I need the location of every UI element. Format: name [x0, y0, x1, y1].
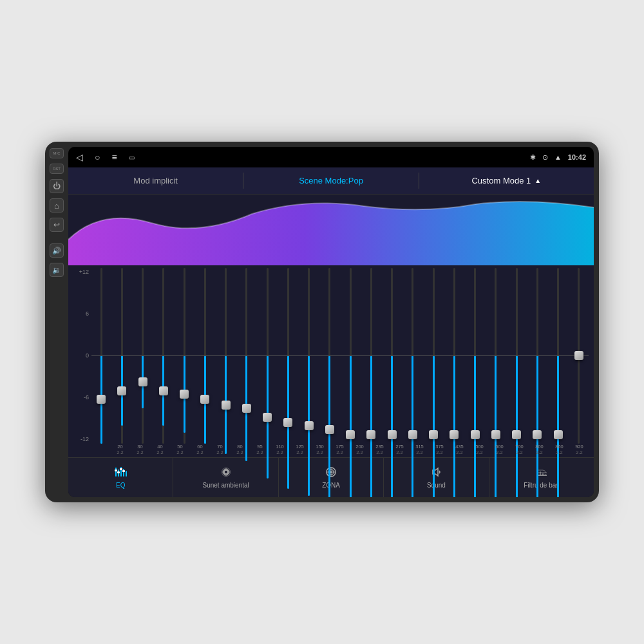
device-frame: MIC RST ⏻ ⌂ ↩ 🔊 🔉 ◁ ○ ≡ ▭ ✱ ⊙ ▲ 10:42 [45, 142, 599, 502]
db-label-6: 6 [86, 311, 89, 317]
sunet-ambiental-nav-icon [219, 466, 233, 480]
freq-label-30: 302.2 [131, 444, 149, 457]
vol-down-button[interactable]: 🔉 [50, 263, 64, 277]
nav-filtru-label: Filtru de bas [524, 482, 559, 489]
slider-band-375[interactable] [424, 268, 443, 444]
freq-label-95: 952.2 [251, 444, 269, 457]
custom-mode-tab[interactable]: Custom Mode 1 ▲ [419, 167, 594, 194]
screen: ◁ ○ ≡ ▭ ✱ ⊙ ▲ 10:42 Mod implicit Scen [68, 147, 594, 497]
home-nav-button[interactable]: ○ [95, 152, 100, 162]
eq-nav-icon [113, 466, 128, 480]
freq-label-800: 8002.2 [530, 444, 549, 457]
svg-rect-0 [115, 468, 117, 477]
svg-rect-22 [542, 473, 544, 475]
svg-rect-3 [123, 469, 124, 477]
freq-label-500: 5002.2 [470, 444, 489, 457]
nav-zona-label: ZONA [322, 482, 340, 489]
freq-label-125: 1252.2 [290, 444, 309, 457]
freq-label-80: 802.2 [231, 444, 249, 457]
wifi-icon: ▲ [554, 153, 562, 161]
nav-sunet-ambiental[interactable]: Sunet ambiental [173, 458, 278, 497]
eq-curve-svg [68, 194, 594, 265]
sliders-track [91, 268, 589, 444]
freq-label-200: 2002.2 [350, 444, 369, 457]
svg-marker-16 [433, 468, 438, 476]
nav-buttons: ◁ ○ ≡ ▭ [76, 152, 135, 162]
slider-band-60[interactable] [175, 268, 194, 444]
slider-band-800[interactable] [527, 268, 547, 444]
eq-visualizer [68, 194, 594, 265]
slider-band-110[interactable] [258, 268, 277, 444]
bluetooth-icon: ✱ [530, 153, 536, 162]
clock: 10:42 [568, 153, 586, 161]
slider-band-40[interactable] [133, 268, 153, 444]
sound-nav-icon [429, 466, 443, 480]
freq-label-40: 402.2 [151, 444, 169, 457]
side-buttons-panel: MIC RST ⏻ ⌂ ↩ 🔊 🔉 [45, 142, 68, 502]
db-label-12plus: +12 [79, 269, 89, 275]
slider-band-95[interactable] [237, 268, 256, 444]
svg-point-9 [224, 470, 228, 474]
nav-eq[interactable]: EQ [68, 458, 173, 497]
slider-band-30[interactable] [112, 268, 131, 444]
nav-eq-label: EQ [116, 482, 125, 489]
rst-button[interactable]: RST [50, 164, 64, 174]
scene-mode-tab[interactable]: Scene Mode:Pop [243, 167, 418, 194]
freq-label-275: 2752.2 [390, 444, 409, 457]
nav-zona[interactable]: ZONA [279, 458, 384, 497]
slider-band-920[interactable] [569, 268, 589, 444]
slider-band-700[interactable] [507, 268, 526, 444]
mic-button[interactable]: MIC [50, 148, 64, 158]
custom-mode-arrow-icon: ▲ [535, 177, 541, 184]
db-label-6minus: -6 [84, 395, 89, 401]
status-bar: ◁ ○ ≡ ▭ ✱ ⊙ ▲ 10:42 [68, 147, 594, 167]
freq-label-70: 702.2 [211, 444, 229, 457]
slider-band-200[interactable] [341, 268, 360, 444]
slider-band-80[interactable] [216, 268, 236, 444]
slider-band-175[interactable] [320, 268, 339, 444]
menu-nav-button[interactable]: ≡ [111, 152, 117, 162]
slider-band-150[interactable] [299, 268, 319, 444]
main-content: Mod implicit Scene Mode:Pop Custom Mode … [68, 167, 594, 497]
slider-band-860[interactable] [549, 268, 568, 444]
nav-sound-label: Sound [427, 482, 446, 489]
svg-rect-7 [120, 468, 122, 470]
slider-band-70[interactable] [195, 268, 214, 444]
freq-label-60: 602.2 [191, 444, 209, 457]
freq-labels-row: 202.2302.2402.2502.2602.2702.2802.2952.2… [73, 444, 589, 458]
filtru-bas-nav-icon [535, 466, 549, 480]
slider-band-275[interactable] [383, 268, 402, 444]
cast-nav-button[interactable]: ▭ [129, 154, 135, 161]
freq-label-920: 9202.2 [570, 444, 589, 457]
freq-label-50: 502.2 [171, 444, 189, 457]
back-side-button[interactable]: ↩ [50, 218, 64, 232]
nav-sound[interactable]: Sound [384, 458, 489, 497]
back-nav-button[interactable]: ◁ [76, 152, 83, 162]
db-label-12minus: -12 [80, 437, 89, 442]
slider-band-435[interactable] [444, 268, 464, 444]
slider-band-600[interactable] [486, 268, 506, 444]
mode-bar: Mod implicit Scene Mode:Pop Custom Mode … [68, 167, 594, 194]
nav-filtru-bas[interactable]: Filtru de bas [489, 458, 594, 497]
vol-up-button[interactable]: 🔊 [50, 243, 64, 258]
db-label-0: 0 [86, 353, 89, 359]
eq-sliders-area: +12 6 0 -6 -12 202.2302.2402.2502.2602.2… [68, 265, 594, 457]
mod-implicit-tab[interactable]: Mod implicit [68, 167, 243, 194]
nav-sunet-label: Sunet ambiental [202, 482, 249, 489]
power-button[interactable]: ⏻ [50, 179, 64, 193]
svg-rect-20 [537, 469, 538, 475]
svg-rect-6 [117, 471, 120, 473]
bottom-nav: EQ Sunet ambiental [68, 457, 594, 497]
freq-label-860: 8602.2 [550, 444, 569, 457]
home-side-button[interactable]: ⌂ [50, 198, 64, 213]
svg-rect-5 [115, 469, 117, 471]
slider-band-500[interactable] [466, 268, 485, 444]
freq-label-150: 1502.2 [310, 444, 329, 457]
slider-band-50[interactable] [154, 268, 173, 444]
slider-band-235[interactable] [361, 268, 381, 444]
freq-label-700: 7002.2 [510, 444, 529, 457]
slider-band-315[interactable] [403, 268, 422, 444]
slider-band-125[interactable] [278, 268, 298, 444]
svg-rect-4 [126, 471, 127, 477]
slider-band-20[interactable] [91, 268, 111, 444]
